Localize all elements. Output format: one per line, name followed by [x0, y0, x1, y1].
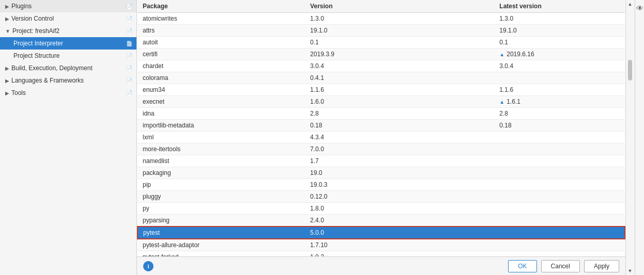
sidebar-item-plugins[interactable]: ▶Plugins📄 [0, 0, 136, 12]
version-spacer [391, 251, 494, 257]
sidebar-item-project-freshaif2[interactable]: ▼Project: freshAif2📄 [0, 25, 136, 37]
package-name: execnet [137, 96, 305, 108]
version-spacer [391, 155, 494, 167]
col-version: Version [305, 0, 391, 13]
page-icon: 📄 [126, 53, 132, 59]
version-spacer [391, 167, 494, 179]
table-row[interactable]: pyparsing2.4.0 [137, 215, 625, 227]
sidebar-item-build-execution[interactable]: ▶Build, Execution, Deployment📄 [0, 62, 136, 74]
package-name: pytest [137, 227, 305, 239]
sidebar-item-version-control[interactable]: ▶Version Control📄 [0, 12, 136, 25]
apply-button[interactable]: Apply [584, 260, 619, 272]
chevron-right-icon: ▶ [5, 4, 9, 9]
table-row[interactable]: importlib-metadata0.180.18 [137, 120, 625, 132]
version-spacer [391, 203, 494, 215]
page-icon: 📄 [126, 90, 132, 96]
cancel-button[interactable]: Cancel [541, 260, 580, 272]
ok-button[interactable]: OK [508, 260, 536, 272]
package-version: 19.1.0 [305, 25, 391, 37]
package-name: atomicwrites [137, 13, 305, 25]
version-spacer [391, 37, 494, 48]
eye-icon[interactable]: 👁 [635, 0, 644, 12]
table-row[interactable]: chardet3.0.43.0.4 [137, 60, 625, 72]
table-row[interactable]: atomicwrites1.3.01.3.0 [137, 13, 625, 25]
latest-version [494, 167, 625, 179]
sidebar-item-languages-frameworks[interactable]: ▶Languages & Frameworks📄 [0, 74, 136, 87]
package-name: idna [137, 108, 305, 120]
package-name: colorama [137, 72, 305, 84]
version-spacer [391, 48, 494, 60]
package-version: 0.12.0 [305, 191, 391, 203]
page-icon: 📄 [126, 4, 132, 9]
version-spacer [391, 120, 494, 132]
version-spacer [391, 143, 494, 155]
col-latest: Latest version [494, 0, 625, 13]
latest-version [494, 143, 625, 155]
table-row[interactable]: enum341.1.61.1.6 [137, 84, 625, 96]
sidebar-item-label: Project: freshAif2 [12, 27, 59, 35]
sidebar-item-label: Languages & Frameworks [11, 77, 84, 84]
latest-version: ▲2019.6.16 [494, 48, 625, 60]
package-table: Package Version Latest version atomicwri… [137, 0, 625, 256]
main-content: Package Version Latest version atomicwri… [137, 0, 625, 275]
table-row[interactable]: lxml4.3.4 [137, 132, 625, 143]
version-spacer [391, 215, 494, 227]
package-version: 0.1 [305, 37, 391, 48]
version-spacer [391, 13, 494, 25]
chevron-right-icon: ▶ [5, 78, 9, 84]
package-name: namedlist [137, 155, 305, 167]
scroll-up-button[interactable]: ▲ [626, 0, 634, 8]
scroll-thumb [628, 60, 632, 80]
table-row[interactable]: autoit0.10.1 [137, 37, 625, 48]
package-name: pip [137, 179, 305, 191]
package-table-container[interactable]: Package Version Latest version atomicwri… [137, 0, 625, 256]
table-row[interactable]: more-itertools7.0.0 [137, 143, 625, 155]
version-spacer [391, 132, 494, 143]
package-version: 1.1.6 [305, 84, 391, 96]
latest-version [494, 72, 625, 84]
sidebar-item-tools[interactable]: ▶Tools📄 [0, 87, 136, 99]
vertical-scrollbar[interactable]: ▲ ▼ [625, 0, 635, 275]
package-version: 1.6.0 [305, 96, 391, 108]
scroll-down-button[interactable]: ▼ [626, 267, 634, 275]
package-name: certifi [137, 48, 305, 60]
page-icon: 📄 [126, 78, 132, 84]
package-version: 1.3.0 [305, 13, 391, 25]
table-row[interactable]: pytest5.0.0 [137, 227, 625, 239]
package-version: 0.4.1 [305, 72, 391, 84]
table-row[interactable]: certifi2019.3.9▲2019.6.16 [137, 48, 625, 60]
table-row[interactable]: pytest-allure-adaptor1.7.10 [137, 239, 625, 251]
chevron-right-icon: ▶ [5, 66, 9, 71]
sidebar-item-project-interpreter[interactable]: Project Interpreter📄 [0, 37, 136, 50]
version-spacer [391, 25, 494, 37]
latest-version [494, 132, 625, 143]
latest-version [494, 191, 625, 203]
chevron-right-icon: ▶ [5, 16, 9, 22]
scroll-track[interactable] [626, 8, 635, 267]
table-row[interactable]: execnet1.6.0▲1.6.1 [137, 96, 625, 108]
eye-panel: 👁 [635, 0, 644, 275]
table-row[interactable]: namedlist1.7 [137, 155, 625, 167]
package-name: lxml [137, 132, 305, 143]
table-row[interactable]: py1.8.0 [137, 203, 625, 215]
package-version: 5.0.0 [305, 227, 391, 239]
table-row[interactable]: pluggy0.12.0 [137, 191, 625, 203]
package-version: 2019.3.9 [305, 48, 391, 60]
table-row[interactable]: pytest-forked1.0.2 [137, 251, 625, 257]
upgrade-arrow-icon: ▲ [499, 52, 504, 57]
package-name: attrs [137, 25, 305, 37]
latest-version: 1.1.6 [494, 84, 625, 96]
table-row[interactable]: attrs19.1.019.1.0 [137, 25, 625, 37]
package-version: 1.8.0 [305, 203, 391, 215]
latest-version: 0.1 [494, 37, 625, 48]
page-icon: 📄 [126, 16, 132, 22]
table-row[interactable]: packaging19.0 [137, 167, 625, 179]
page-icon: 📄 [126, 28, 132, 34]
table-row[interactable]: colorama0.4.1 [137, 72, 625, 84]
version-spacer [391, 108, 494, 120]
version-spacer [391, 96, 494, 108]
table-row[interactable]: idna2.82.8 [137, 108, 625, 120]
table-row[interactable]: pip19.0.3 [137, 179, 625, 191]
version-spacer [391, 239, 494, 251]
sidebar-item-project-structure[interactable]: Project Structure📄 [0, 50, 136, 62]
